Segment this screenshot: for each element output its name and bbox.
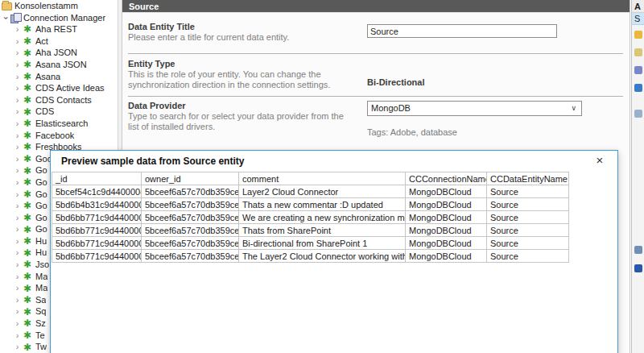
table-cell: 5bceef6a57c70db359ce5b2c [142, 185, 239, 198]
tree-item-label: Jso [33, 259, 49, 271]
chevron-right-icon[interactable]: › [13, 330, 22, 342]
sample-data-table: _idowner_idcommentCCConnectionNameCCData… [52, 172, 569, 263]
column-header-_id[interactable]: _id [52, 172, 142, 185]
tree-item-cds[interactable]: ›✱CDS [0, 106, 118, 118]
tree-item-cds-active-ideas[interactable]: ›✱CDS Active Ideas [0, 82, 118, 94]
tree-item-aha-json[interactable]: ›✱Aha JSON [0, 47, 118, 59]
table-cell: MongoDBCloud [406, 211, 487, 224]
chevron-right-icon[interactable]: › [13, 247, 22, 259]
table-cell: The Layer2 Cloud Connector working with … [239, 250, 406, 263]
table-row[interactable]: 5bcef54c1c9d440000c389aa5bceef6a57c70db3… [52, 185, 569, 198]
table-row[interactable]: 5bd6bb771c9d4400008165f65bceef6a57c70db3… [52, 224, 569, 237]
connector-icon: ✱ [22, 60, 33, 69]
arrow-icon[interactable] [634, 84, 642, 92]
table-row[interactable]: 5bd6bb771c9d4400008165f75bceef6a57c70db3… [52, 237, 569, 250]
column-header-owner_id[interactable]: owner_id [142, 172, 239, 185]
data-entity-title-input[interactable] [367, 24, 557, 38]
chevron-right-icon[interactable]: › [13, 130, 22, 142]
tree-item-label: Go [33, 164, 47, 176]
column-header-ccdataentityname[interactable]: CCDataEntityName [487, 172, 569, 185]
table-cell: 5bceef6a57c70db359ce5b2c [142, 198, 239, 211]
tree-item-label: Ma [33, 271, 47, 283]
item-icon[interactable] [634, 246, 642, 254]
dialog-titlebar[interactable]: Preview sample data from Source entity × [51, 151, 617, 172]
connector-icon: ✱ [22, 166, 33, 176]
connector-icon: ✱ [22, 295, 33, 305]
chevron-right-icon[interactable]: › [13, 176, 22, 189]
help-icon[interactable] [634, 264, 642, 272]
chevron-right-icon[interactable]: › [13, 212, 22, 224]
table-row[interactable]: 5bd6bb771c9d4400008165f85bceef6a57c70db3… [52, 250, 569, 263]
tree-item-label: Go [33, 189, 47, 201]
chevron-right-icon[interactable]: › [13, 259, 22, 271]
entity-type-value: Bi-Directional [367, 77, 425, 87]
data-provider-select[interactable]: MongoDB ∨ [367, 101, 582, 116]
chevron-right-icon[interactable]: › [13, 235, 22, 247]
tree-item-asana[interactable]: ›✱Asana [0, 71, 118, 83]
connector-icon: ✱ [22, 131, 33, 140]
table-row[interactable]: 5bd6bb771c9d4400008165f55bceef6a57c70db3… [52, 211, 569, 224]
data-provider-selected-value: MongoDB [371, 103, 411, 113]
chevron-right-icon[interactable]: › [13, 200, 22, 212]
chevron-right-icon[interactable]: › [13, 153, 22, 165]
table-cell: MongoDBCloud [406, 185, 487, 198]
column-header-ccconnectionname[interactable]: CCConnectionName [406, 172, 487, 185]
connector-icon: ✱ [22, 248, 33, 258]
chevron-right-icon[interactable]: › [13, 47, 22, 59]
tree-item-console-root[interactable]: Konsolenstamm [0, 0, 118, 12]
note-icon[interactable] [634, 48, 642, 56]
mmc-console-window: Konsolenstamm › Connection Manager ›✱Aha… [0, 0, 644, 353]
chevron-right-icon[interactable]: › [13, 106, 22, 118]
table-cell: 5bd6bb771c9d4400008165f5 [52, 211, 142, 224]
chevron-right-icon[interactable]: › [13, 35, 22, 48]
chevron-right-icon[interactable]: › [13, 341, 22, 353]
tree-item-facebook[interactable]: ›✱Facebook [0, 130, 118, 142]
tree-item-label: CDS [33, 106, 54, 118]
chevron-right-icon[interactable]: › [13, 141, 22, 153]
chevron-right-icon[interactable]: › [13, 294, 22, 306]
chevron-right-icon[interactable]: › [13, 271, 22, 283]
tree-item-label: Hu [33, 247, 47, 259]
connector-icon: ✱ [22, 236, 33, 246]
table-cell: MongoDBCloud [406, 224, 487, 237]
tree-item-cds-contacts[interactable]: ›✱CDS Contacts [0, 94, 118, 106]
table-cell: Thats a new commentar :D updated [239, 198, 406, 211]
table-cell: We are creating a new synchronization me… [239, 211, 406, 224]
chevron-right-icon[interactable]: › [13, 71, 22, 83]
chevron-right-icon[interactable]: › [13, 82, 22, 94]
properties-icon[interactable] [634, 110, 642, 118]
chevron-right-icon[interactable]: › [13, 282, 22, 294]
table-cell: Source [487, 211, 569, 224]
connector-icon: ✱ [22, 272, 33, 281]
actions-pane-selected-section[interactable]: S [632, 13, 644, 25]
tree-item-connection-manager[interactable]: › Connection Manager [0, 12, 118, 24]
table-cell: Source [487, 224, 569, 237]
chevron-right-icon[interactable]: › [13, 23, 22, 35]
settings-icon[interactable] [634, 66, 642, 74]
tree-item-aha-rest[interactable]: ›✱Aha REST [0, 23, 118, 35]
column-header-comment[interactable]: comment [239, 172, 406, 185]
table-cell: Source [487, 198, 569, 211]
connector-icon: ✱ [22, 24, 33, 34]
panel-header: Source [122, 0, 630, 13]
tree-item-label: Te [33, 330, 45, 342]
tree-item-label: CDS Active Ideas [33, 82, 105, 94]
connector-icon: ✱ [22, 107, 33, 117]
close-icon[interactable]: × [592, 152, 607, 168]
data-entity-title-desc: Please enter a title for current data en… [128, 32, 347, 43]
chevron-right-icon[interactable]: › [13, 318, 22, 330]
tree-item-asana-json[interactable]: ›✱Asana JSON [0, 59, 118, 71]
table-body: 5bcef54c1c9d440000c389aa5bceef6a57c70db3… [52, 185, 569, 263]
chevron-right-icon[interactable]: › [13, 94, 22, 106]
chevron-right-icon[interactable]: › [13, 59, 22, 71]
chevron-right-icon[interactable]: › [13, 189, 22, 201]
table-row[interactable]: 5bd6b4b31c9d4400008165f45bceef6a57c70db3… [52, 198, 569, 211]
chevron-right-icon[interactable]: › [13, 305, 22, 318]
tree-item-act[interactable]: ›✱Act [0, 35, 118, 48]
new-item-icon[interactable] [634, 31, 642, 39]
tree-item-elasticsearch[interactable]: ›✱Elasticsearch [0, 118, 118, 130]
table-cell: 5bcef54c1c9d440000c389aa [52, 185, 142, 198]
chevron-right-icon[interactable]: › [13, 223, 22, 235]
chevron-right-icon[interactable]: › [13, 164, 22, 176]
chevron-right-icon[interactable]: › [13, 118, 22, 130]
